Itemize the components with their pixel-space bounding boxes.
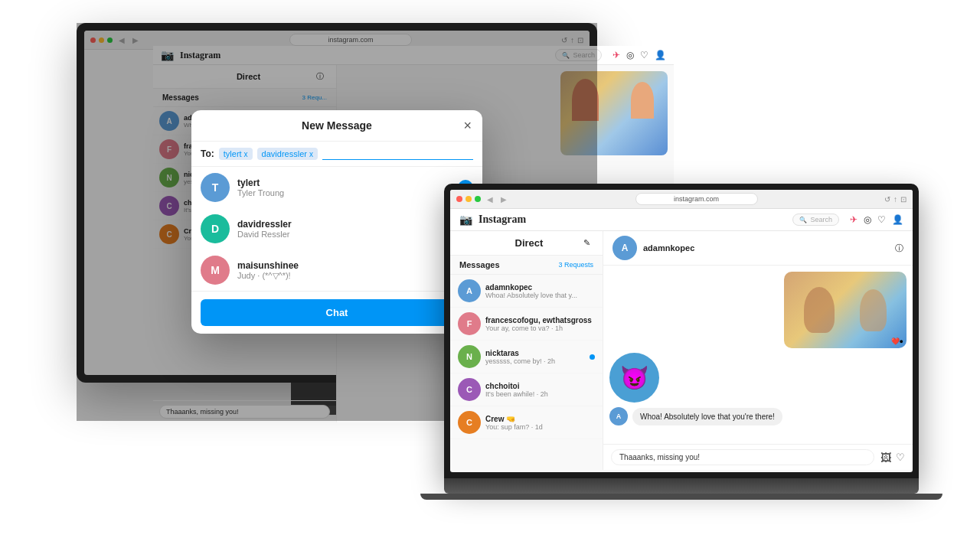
laptop-msg-avatar: A	[609, 407, 628, 425]
modal-user-item[interactable]: T tylert Tyler Troung ✓	[191, 167, 482, 208]
laptop-conv-name: chchoitoi	[485, 382, 595, 390]
laptop-browser-icons: ↺ ↑ ⊡	[884, 195, 906, 204]
laptop-direct-nav-icon[interactable]: ✈	[850, 214, 858, 225]
laptop-forward-arrow[interactable]: ▶	[499, 195, 508, 204]
laptop-conv-info: Crew 🤜 You: sup fam? · 1d	[485, 415, 595, 431]
modal-user-username: maisunshinee	[237, 260, 473, 271]
laptop-conv-item[interactable]: A adamnkopec Whoa! Absolutely love that …	[450, 275, 603, 308]
laptop-conv-preview: It's been awhile! · 2h	[485, 390, 595, 398]
modal-user-info: tylert Tyler Troung	[237, 178, 450, 197]
laptop-chat-messages: ❤️● 😈 A Whoa! Absolutely love that you'r…	[603, 266, 913, 444]
laptop-sticker-message: 😈	[609, 353, 659, 403]
laptop-profile-icon[interactable]: 👤	[892, 214, 903, 225]
modal-user-avatar: T	[201, 173, 230, 202]
laptop-image-icon[interactable]: 🖼	[880, 452, 891, 464]
laptop-search-bar[interactable]: 🔍 Search	[792, 214, 839, 226]
laptop-conversations: A adamnkopec Whoa! Absolutely love that …	[450, 275, 603, 439]
laptop-url-bar[interactable]: instagram.com	[635, 193, 758, 205]
laptop-edit-icon[interactable]: ✎	[583, 238, 590, 248]
modal-user-item[interactable]: M maisunshinee Judy · (*^▽^*)!	[191, 249, 482, 291]
laptop-conv-item[interactable]: N nicktaras yesssss, come by! · 2h	[450, 341, 603, 373]
laptop-chat-avatar: A	[612, 236, 637, 260]
laptop-conv-avatar: F	[458, 312, 481, 335]
laptop-conv-info: adamnkopec Whoa! Absolutely love that y.…	[485, 283, 595, 299]
modal-tag-tylert-name: tylert	[224, 149, 242, 158]
laptop-ig-app: 📷 Instagram 🔍 Search ✈ ◎ ♡ 👤	[450, 209, 913, 470]
laptop-conv-info: chchoitoi It's been awhile! · 2h	[485, 382, 595, 398]
modal-user-avatar: D	[201, 214, 230, 243]
laptop-chat-header: A adamnkopec ⓘ	[603, 231, 913, 266]
laptop-direct-header: Direct ✎	[450, 231, 603, 256]
modal-tag-tylert-remove[interactable]: x	[244, 150, 248, 158]
laptop-chat-info-icon[interactable]: ⓘ	[895, 243, 903, 254]
modal-search-cursor[interactable]	[322, 148, 473, 160]
laptop-close-btn[interactable]	[456, 196, 462, 202]
laptop-explore-icon[interactable]: ◎	[864, 214, 871, 225]
laptop-conv-info: francescofogu, ewthatsgross Your ay, com…	[485, 316, 595, 332]
laptop-ig-logo-text: Instagram	[479, 214, 526, 226]
modal-user-info: davidressler David Ressler	[237, 219, 450, 239]
laptop-message-input[interactable]	[611, 449, 874, 465]
modal-chat-button[interactable]: Chat	[201, 299, 473, 326]
laptop-back-arrow[interactable]: ◀	[485, 195, 495, 204]
modal-footer: Chat	[191, 291, 482, 334]
laptop-conv-name: adamnkopec	[485, 283, 595, 292]
laptop-conv-name: nicktaras	[485, 349, 585, 357]
laptop-tabs-icon[interactable]: ⊡	[900, 195, 906, 204]
laptop-search-icon: 🔍	[799, 217, 807, 223]
laptop-nav-icons: ✈ ◎ ♡ 👤	[850, 214, 903, 225]
modal-close-button[interactable]: ×	[463, 118, 472, 134]
modal-user-fullname: Tyler Troung	[237, 188, 450, 197]
modal-user-info: maisunshinee Judy · (*^▽^*)!	[237, 260, 473, 281]
modal-title: New Message	[302, 119, 372, 132]
laptop-base	[444, 478, 919, 494]
laptop-minimize-btn[interactable]	[466, 196, 472, 202]
laptop-conv-avatar: N	[458, 345, 481, 368]
modal-user-username: tylert	[237, 178, 450, 188]
modal-user-item[interactable]: D davidressler David Ressler ✓	[191, 208, 482, 249]
laptop-conv-item[interactable]: C chchoitoi It's been awhile! · 2h	[450, 373, 603, 406]
modal-user-fullname: Judy · (*^▽^*)!	[237, 271, 473, 281]
laptop-screen: ◀ ▶ instagram.com ↺ ↑ ⊡ 📷 Instagram	[450, 190, 913, 472]
modal-to-label: To:	[201, 148, 214, 159]
laptop-received-message: A Whoa! Absolutely love that you're ther…	[609, 407, 906, 425]
modal-tag-davidressler-name: davidressler	[262, 149, 307, 158]
laptop-chat-area: A adamnkopec ⓘ	[603, 231, 913, 470]
modal-to-row: To: tylert x davidressler x	[191, 142, 482, 167]
laptop-input-bar: 🖼 ♡	[603, 444, 913, 470]
laptop-conv-info: nicktaras yesssss, come by! · 2h	[485, 349, 585, 365]
laptop-conv-item[interactable]: F francescofogu, ewthatsgross Your ay, c…	[450, 308, 603, 341]
laptop-traffic-lights	[456, 196, 481, 202]
modal-tag-davidressler-remove[interactable]: x	[309, 150, 313, 158]
laptop-search-placeholder: Search	[810, 216, 832, 223]
laptop-conv-avatar: A	[458, 279, 481, 302]
laptop-message-bubble: Whoa! Absolutely love that you're there!	[632, 408, 782, 425]
laptop-ig-logo-icon: 📷	[459, 214, 472, 226]
modal-user-avatar: M	[201, 256, 230, 285]
laptop-sticker: 😈	[609, 353, 659, 403]
laptop-conv-preview: Your ay, come to va? · 1h	[485, 324, 595, 332]
laptop-fullscreen-btn[interactable]	[475, 196, 481, 202]
laptop-conv-preview: You: sup fam? · 1d	[485, 423, 595, 431]
modal-header: New Message ×	[191, 110, 482, 142]
laptop-photo-hearts: ❤️●	[891, 337, 903, 345]
laptop-messages-label: Messages	[459, 260, 500, 269]
modal-user-list: T tylert Tyler Troung ✓ D davidressler D…	[191, 167, 482, 291]
laptop-conv-avatar: C	[458, 378, 481, 401]
laptop-heart-icon[interactable]: ♡	[877, 214, 886, 225]
laptop-share-icon[interactable]: ↑	[893, 195, 897, 204]
laptop-conv-item[interactable]: C Crew 🤜 You: sup fam? · 1d	[450, 406, 603, 439]
laptop-refresh-icon[interactable]: ↺	[884, 195, 890, 204]
laptop-sidebar: Direct ✎ Messages 3 Requests A adamnkope…	[450, 231, 603, 470]
laptop-requests-badge[interactable]: 3 Requests	[558, 261, 593, 269]
laptop-heart-send-icon[interactable]: ♡	[896, 452, 905, 464]
modal-user-username: davidressler	[237, 219, 450, 230]
laptop-conv-avatar: C	[458, 411, 481, 434]
laptop-conv-name: francescofogu, ewthatsgross	[485, 316, 595, 324]
modal-user-fullname: David Ressler	[237, 230, 450, 239]
laptop-bottom	[420, 494, 942, 500]
new-message-modal: New Message × To: tylert x davidressler …	[191, 110, 482, 334]
laptop-navbar: 📷 Instagram 🔍 Search ✈ ◎ ♡ 👤	[450, 209, 913, 231]
laptop-conv-preview: Whoa! Absolutely love that y...	[485, 292, 595, 299]
laptop-unread-dot	[590, 354, 595, 360]
